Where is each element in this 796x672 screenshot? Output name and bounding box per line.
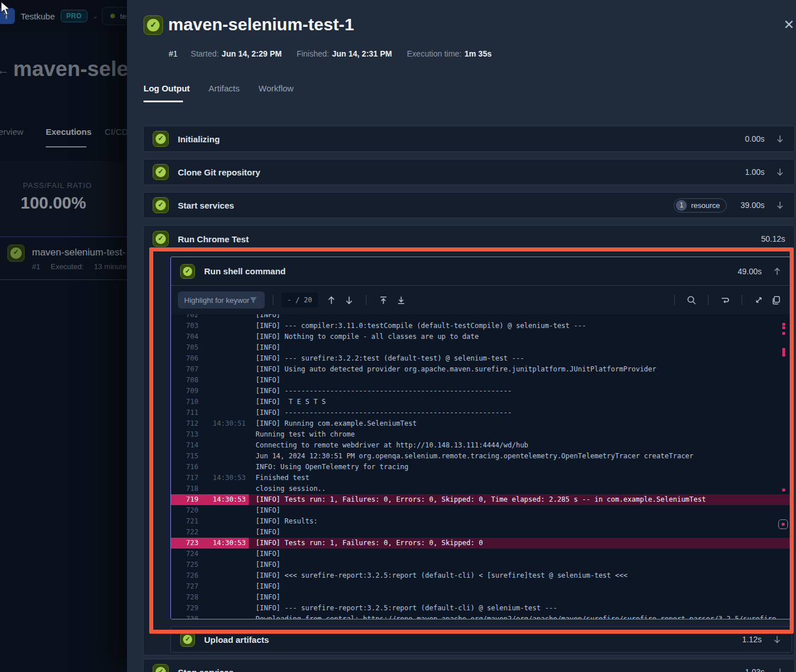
divider bbox=[708, 295, 709, 305]
previous-match-icon[interactable] bbox=[326, 295, 337, 306]
run-shell-command-panel: Run shell command 49.00s - / 20 bbox=[170, 257, 792, 619]
search-icon[interactable] bbox=[686, 295, 697, 305]
expand-down-icon[interactable] bbox=[775, 200, 785, 210]
substep-duration: 1.12s bbox=[742, 635, 762, 644]
success-check-icon bbox=[153, 231, 169, 247]
started-value: Jun 14, 2:29 PM bbox=[222, 49, 282, 58]
substep-run-shell-command[interactable]: Run shell command 49.00s bbox=[171, 257, 791, 286]
log-line: 728[INFO] bbox=[171, 592, 791, 603]
active-tab-underline bbox=[144, 101, 183, 102]
log-line: 702[INFO] bbox=[171, 314, 791, 321]
line-number: 724 bbox=[171, 549, 198, 559]
line-text: [INFO] bbox=[249, 592, 280, 603]
collapse-up-icon[interactable] bbox=[772, 266, 782, 277]
divider bbox=[366, 295, 367, 305]
close-icon[interactable]: ✕ bbox=[783, 17, 794, 33]
line-number: 707 bbox=[171, 364, 198, 375]
line-text: [INFO] ---------------------------------… bbox=[249, 407, 512, 418]
line-text: INFO: Using OpenTelemetry for tracing bbox=[249, 462, 408, 473]
substep-upload-artifacts[interactable]: Upload artifacts 1.12s bbox=[170, 626, 792, 653]
step-start-services[interactable]: Start services 1 resource 39.00s bbox=[143, 192, 795, 218]
divider bbox=[742, 295, 742, 305]
line-number: 710 bbox=[171, 397, 198, 407]
log-line: 716INFO: Using OpenTelemetry for tracing bbox=[171, 462, 791, 473]
match-marker[interactable] bbox=[782, 326, 785, 329]
expand-down-icon[interactable] bbox=[775, 667, 785, 672]
match-marker[interactable] bbox=[782, 323, 785, 326]
tab-workflow[interactable]: Workflow bbox=[258, 83, 293, 93]
substep-label: Upload artifacts bbox=[204, 635, 269, 645]
line-text: [INFO] bbox=[249, 342, 280, 353]
line-text: [INFO] <<< surefire-report:3.2.5:report … bbox=[249, 570, 627, 581]
log-line: 714Connecting to remote webdriver at htt… bbox=[171, 440, 791, 451]
execution-number: #1 bbox=[169, 49, 178, 58]
line-text: [INFO] Using auto detected provider org.… bbox=[249, 364, 656, 375]
fullscreen-icon[interactable] bbox=[754, 295, 764, 305]
scroll-to-bottom-icon[interactable] bbox=[396, 295, 407, 306]
expand-down-icon[interactable] bbox=[772, 634, 782, 645]
drawer-title: maven-selenium-test-1 bbox=[168, 15, 354, 34]
line-text: [INFO] bbox=[249, 549, 280, 559]
line-timestamp bbox=[198, 386, 246, 397]
expand-down-icon[interactable] bbox=[775, 167, 785, 177]
line-text: Finished test bbox=[249, 473, 309, 483]
line-number: 713 bbox=[171, 429, 198, 440]
log-line: 704[INFO] Nothing to compile - all class… bbox=[171, 331, 791, 342]
line-number: 712 bbox=[171, 418, 198, 429]
log-viewer[interactable]: 702[INFO]703[INFO] --- compiler:3.11.0:t… bbox=[171, 314, 791, 619]
tab-log-output[interactable]: Log Output bbox=[144, 83, 190, 93]
log-line: 709[INFO] ------------------------------… bbox=[171, 386, 791, 397]
line-text: [INFO] Running com.example.SeleniumTest bbox=[249, 418, 417, 429]
step-run-chrome-test[interactable]: Run Chrome Test 50.12s bbox=[144, 226, 794, 252]
line-text: [INFO] --- compiler:3.11.0:testCompile (… bbox=[249, 321, 586, 331]
line-text: [INFO] Tests run: 1, Failures: 0, Errors… bbox=[249, 494, 706, 505]
line-text: [INFO] bbox=[249, 581, 280, 592]
line-number: 704 bbox=[171, 331, 198, 342]
success-check-icon bbox=[153, 197, 169, 213]
step-stop-services[interactable]: Stop services 1.03s bbox=[143, 659, 795, 672]
line-timestamp bbox=[198, 570, 246, 581]
scroll-to-top-icon[interactable] bbox=[378, 295, 389, 306]
line-text: Jun 14, 2024 12:30:51 PM org.openqa.sele… bbox=[249, 451, 694, 462]
log-line: 705[INFO] bbox=[171, 342, 791, 353]
line-number: 730 bbox=[171, 614, 198, 619]
line-text: [INFO] bbox=[249, 505, 280, 516]
line-number: 703 bbox=[171, 321, 198, 331]
screen: T Testkube PRO ⌄ tes ← maven-selen vervi… bbox=[0, 0, 796, 672]
line-number: 706 bbox=[171, 353, 198, 364]
line-timestamp bbox=[198, 581, 246, 592]
line-number: 718 bbox=[171, 483, 198, 494]
execution-time-label: Execution time: bbox=[407, 49, 462, 58]
log-line: 706[INFO] --- surefire:3.2.2:test (defau… bbox=[171, 353, 791, 364]
current-match-marker[interactable] bbox=[778, 519, 788, 529]
line-text: [INFO] Tests run: 1, Failures: 0, Errors… bbox=[249, 538, 483, 549]
step-initializing[interactable]: Initializing 0.00s bbox=[143, 126, 795, 152]
step-label: Start services bbox=[178, 201, 234, 210]
word-wrap-icon[interactable] bbox=[720, 295, 730, 305]
copy-icon[interactable] bbox=[771, 295, 781, 305]
line-timestamp: 14:30:53 bbox=[198, 538, 246, 549]
expand-down-icon[interactable] bbox=[775, 134, 785, 144]
next-match-icon[interactable] bbox=[344, 295, 355, 306]
resource-label: resource bbox=[691, 201, 720, 210]
line-timestamp bbox=[198, 516, 246, 527]
highlight-keywords-input[interactable] bbox=[184, 296, 249, 305]
line-timestamp bbox=[198, 505, 246, 516]
match-marker[interactable] bbox=[782, 332, 785, 335]
resource-count: 1 bbox=[676, 200, 687, 211]
line-timestamp: 14:30:53 bbox=[198, 494, 246, 505]
highlight-keywords-field[interactable] bbox=[178, 291, 265, 309]
line-text: [INFO] --- surefire:3.2.2:test (default-… bbox=[249, 353, 524, 364]
line-number: 725 bbox=[171, 559, 198, 570]
step-clone-git[interactable]: Clone Git repository 1.00s bbox=[143, 159, 795, 185]
modal-dim-overlay bbox=[0, 0, 127, 672]
match-marker[interactable] bbox=[782, 489, 785, 491]
line-number: 709 bbox=[171, 386, 198, 397]
line-text: [INFO] ---------------------------------… bbox=[249, 386, 512, 397]
log-line: 726[INFO] <<< surefire-report:3.2.5:repo… bbox=[171, 570, 791, 581]
match-marker[interactable] bbox=[782, 354, 785, 357]
line-timestamp: 14:30:53 bbox=[198, 473, 246, 483]
log-line: 71214:30:51[INFO] Running com.example.Se… bbox=[171, 418, 791, 429]
tab-artifacts[interactable]: Artifacts bbox=[209, 83, 240, 93]
line-text: [INFO] bbox=[249, 375, 280, 386]
